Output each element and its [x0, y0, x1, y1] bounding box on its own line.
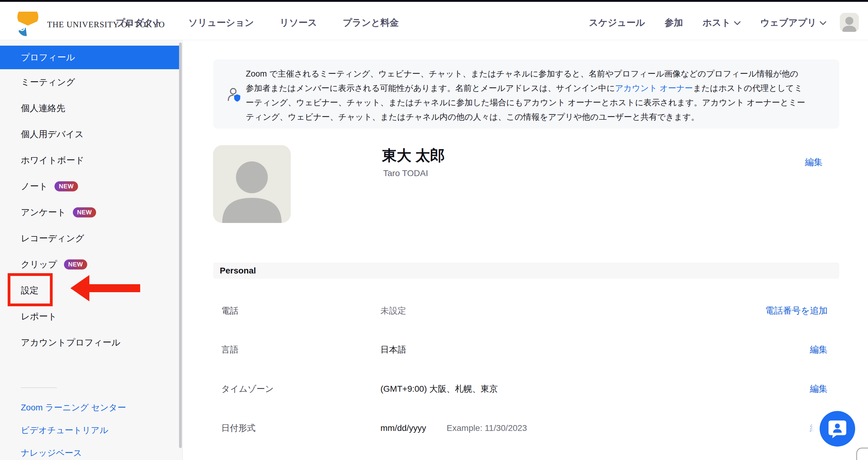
- notice-line: Zoom で主催されるミーティング、ウェビナー、チャット、またはチャネルに参加す…: [246, 67, 805, 81]
- annotation-box-settings: [8, 273, 53, 306]
- notice-line-segment: 参加者またはメンバーに表示される可能性があります。名前とメールアドレスは、サイン…: [246, 84, 615, 93]
- sidebar-item-label: レコーディング: [21, 232, 84, 245]
- top-navigation-bar: THE UNIVERSITY OF TOKYO プロダクト ソリューション リソ…: [0, 2, 868, 40]
- row-timezone: タイムゾーン (GMT+9:00) 大阪、札幌、東京 編集: [213, 369, 839, 408]
- new-badge: NEW: [55, 181, 78, 192]
- row-value: (GMT+9:00) 大阪、札幌、東京: [380, 383, 498, 395]
- row-date-format: 日付形式 mm/dd/yyyy Example: 11/30/2023 編集: [213, 408, 839, 448]
- sidebar-item-surveys[interactable]: アンケートNEW: [0, 199, 182, 225]
- link-knowledge-base[interactable]: ナレッジベース: [21, 442, 126, 460]
- notice-line-segment: またはホストの代理としてミ: [693, 84, 803, 93]
- sidebar-item-recordings[interactable]: レコーディング: [0, 225, 182, 252]
- sidebar-item-label: ミーティング: [21, 76, 75, 88]
- sidebar-item-reports[interactable]: レポート: [0, 304, 182, 329]
- sidebar-item-contacts[interactable]: 個人連絡先: [0, 95, 182, 121]
- chevron-down-icon: [734, 21, 741, 25]
- person-speech-bubble-icon: [827, 419, 847, 439]
- sidebar-item-label: ホワイトボード: [21, 154, 84, 167]
- privacy-notice-text: Zoom で主催されるミーティング、ウェビナー、チャット、またはチャネルに参加す…: [246, 67, 805, 124]
- new-badge: NEW: [73, 207, 96, 218]
- sidebar-item-profile[interactable]: プロフィール: [0, 46, 179, 69]
- add-phone-link[interactable]: 電話番号を追加: [765, 305, 828, 317]
- sidebar-footer-links: Zoom ラーニング センター ビデオチュートリアル ナレッジベース: [21, 396, 126, 460]
- sidebar-item-label: 個人用デバイス: [21, 128, 84, 141]
- sidebar-item-notes[interactable]: ノートNEW: [0, 173, 182, 199]
- nav-item-join[interactable]: 参加: [665, 17, 683, 29]
- sidebar-item-account-profile[interactable]: アカウントプロフィール: [0, 329, 182, 355]
- notice-line: 参加者またはメンバーに表示される可能性があります。名前とメールアドレスは、サイン…: [246, 81, 805, 95]
- link-learning-center[interactable]: Zoom ラーニング センター: [21, 396, 126, 419]
- sidebar-item-label: 個人連絡先: [21, 102, 65, 115]
- notice-line: ーティング、ウェビナー、チャット、またはチャネルに参加した場合にもアカウント オ…: [246, 95, 805, 110]
- zoom-profile-page: THE UNIVERSITY OF TOKYO プロダクト ソリューション リソ…: [0, 0, 868, 460]
- nav-item-solutions[interactable]: ソリューション: [189, 17, 254, 29]
- edit-profile-link[interactable]: 編集: [805, 156, 823, 168]
- profile-picture[interactable]: [213, 145, 291, 223]
- row-value: mm/dd/yyyy: [380, 423, 426, 433]
- primary-nav: プロダクト ソリューション リソース プランと料金: [116, 4, 399, 42]
- support-chat-button[interactable]: [819, 411, 855, 447]
- sidebar: プロフィール ミーティング 個人連絡先 個人用デバイス ホワイトボード ノートN…: [0, 40, 183, 460]
- sidebar-item-meetings[interactable]: ミーティング: [0, 69, 182, 95]
- nav-item-webapp-label: ウェブアプリ: [760, 17, 816, 29]
- nav-item-products[interactable]: プロダクト: [116, 17, 163, 29]
- row-value: 未設定: [380, 305, 406, 317]
- row-label: 電話: [213, 305, 380, 317]
- row-language: 言語 日本語 編集: [213, 330, 839, 370]
- sidebar-divider: [21, 387, 57, 388]
- nav-item-schedule[interactable]: スケジュール: [589, 17, 645, 29]
- user-avatar[interactable]: [840, 13, 859, 32]
- nav-item-plans-pricing[interactable]: プランと料金: [343, 17, 399, 29]
- sidebar-item-label: プロフィール: [21, 52, 75, 64]
- sidebar-item-label: アンケート: [21, 206, 66, 219]
- sidebar-item-label: ノート: [21, 180, 48, 193]
- sidebar-scrollbar[interactable]: [179, 42, 182, 448]
- edit-language-link[interactable]: 編集: [810, 344, 828, 356]
- nav-item-host-label: ホスト: [703, 17, 731, 29]
- account-nav: スケジュール 参加 ホスト ウェブアプリ: [589, 4, 826, 42]
- sidebar-item-label: レポート: [21, 311, 57, 323]
- row-phone: 電話 未設定 電話番号を追加: [213, 291, 839, 330]
- chevron-down-icon: [819, 21, 826, 25]
- personal-rows: 電話 未設定 電話番号を追加 言語 日本語 編集 タイムゾーン (GMT+9:0…: [213, 279, 839, 448]
- main-content: Zoom で主催されるミーティング、ウェビナー、チャット、またはチャネルに参加す…: [183, 40, 868, 460]
- sidebar-item-devices[interactable]: 個人用デバイス: [0, 121, 182, 147]
- sidebar-item-label: アカウントプロフィール: [21, 337, 121, 349]
- personal-section-header: Personal: [213, 262, 839, 279]
- sidebar-item-whiteboard[interactable]: ホワイトボード: [0, 147, 182, 173]
- nav-item-webapp[interactable]: ウェブアプリ: [760, 17, 826, 29]
- person-silhouette-icon: [213, 145, 291, 223]
- privacy-notice: Zoom で主催されるミーティング、ウェビナー、チャット、またはチャネルに参加す…: [213, 59, 839, 128]
- annotation-arrow: [70, 275, 140, 301]
- edit-timezone-link[interactable]: 編集: [810, 383, 828, 395]
- corner-widget: [856, 448, 868, 460]
- notice-line: ティング、ウェビナー、チャット、またはチャネル内の他の人々は、この情報をアプリや…: [246, 110, 805, 124]
- sidebar-menu: プロフィール ミーティング 個人連絡先 個人用デバイス ホワイトボード ノートN…: [0, 46, 182, 355]
- nav-item-resources[interactable]: リソース: [280, 17, 317, 29]
- personal-section-title: Personal: [220, 266, 256, 276]
- date-format-example: Example: 11/30/2023: [446, 423, 527, 433]
- row-label: タイムゾーン: [213, 383, 380, 395]
- new-badge: NEW: [64, 259, 87, 269]
- row-label: 日付形式: [213, 422, 380, 434]
- ginkgo-leaf-icon: [15, 12, 40, 37]
- account-owner-link[interactable]: アカウント オーナー: [615, 84, 693, 93]
- sidebar-item-label: クリップ: [21, 258, 57, 271]
- profile-romanized-name: Taro TODAI: [383, 168, 428, 178]
- profile-name: 東大 太郎: [382, 146, 445, 165]
- person-shield-icon: [227, 87, 242, 103]
- row-value: 日本語: [380, 344, 406, 355]
- row-label: 言語: [213, 344, 380, 355]
- link-video-tutorials[interactable]: ビデオチュートリアル: [21, 419, 126, 442]
- person-silhouette-icon: [840, 13, 859, 32]
- nav-item-host[interactable]: ホスト: [703, 17, 741, 29]
